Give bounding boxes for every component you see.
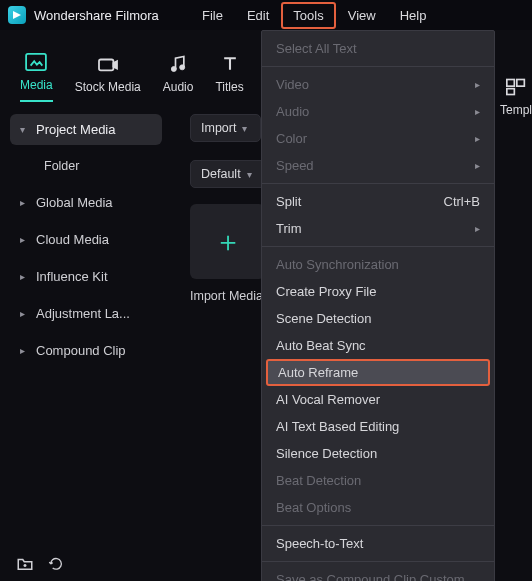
button-label: Import <box>201 121 236 135</box>
dd-video: Video ▸ <box>262 71 494 98</box>
dd-label: Split <box>276 194 301 209</box>
dd-beat-options: Beat Options <box>262 494 494 521</box>
svg-point-2 <box>171 67 176 72</box>
dd-label: Speech-to-Text <box>276 536 363 551</box>
dd-auto-sync: Auto Synchronization <box>262 251 494 278</box>
separator <box>262 525 494 526</box>
dd-label: Save as Compound Clip Custom <box>276 572 465 581</box>
chevron-right-icon: ▸ <box>475 160 480 171</box>
chevron-right-icon: ▸ <box>20 271 28 282</box>
templates-icon <box>500 78 532 99</box>
dd-label: Audio <box>276 104 309 119</box>
dd-label: Select All Text <box>276 41 357 56</box>
menu-file[interactable]: File <box>190 2 235 29</box>
dd-scene-detection[interactable]: Scene Detection <box>262 305 494 332</box>
dd-color: Color ▸ <box>262 125 494 152</box>
sidebar-item-label: Influence Kit <box>36 269 108 284</box>
tab-titles[interactable]: Titles <box>215 53 243 102</box>
svg-rect-6 <box>507 89 514 95</box>
sidebar-item-project-media[interactable]: ▾ Project Media <box>10 114 162 145</box>
tab-label: Stock Media <box>75 80 141 94</box>
tab-media[interactable]: Media <box>20 51 53 102</box>
dd-beat-detection: Beat Detection <box>262 467 494 494</box>
dd-label: Speed <box>276 158 314 173</box>
dd-silence-detection[interactable]: Silence Detection <box>262 440 494 467</box>
dd-label: Create Proxy File <box>276 284 376 299</box>
dd-ai-vocal-remover[interactable]: AI Vocal Remover <box>262 386 494 413</box>
chevron-right-icon: ▸ <box>475 106 480 117</box>
chevron-right-icon: ▸ <box>20 345 28 356</box>
sidebar-item-influence-kit[interactable]: ▸ Influence Kit <box>10 261 162 292</box>
chevron-down-icon: ▾ <box>242 123 250 134</box>
menu-help[interactable]: Help <box>388 2 439 29</box>
chevron-right-icon: ▸ <box>475 79 480 90</box>
sidebar-item-label: Global Media <box>36 195 113 210</box>
dd-ai-text-editing[interactable]: AI Text Based Editing <box>262 413 494 440</box>
import-button[interactable]: Import ▾ <box>190 114 261 142</box>
dd-trim[interactable]: Trim ▸ <box>262 215 494 242</box>
dd-label: Beat Detection <box>276 473 361 488</box>
separator <box>262 66 494 67</box>
dd-label: Beat Options <box>276 500 351 515</box>
tab-label: Media <box>20 78 53 92</box>
separator <box>262 246 494 247</box>
chevron-right-icon: ▸ <box>475 133 480 144</box>
svg-point-3 <box>180 65 185 70</box>
button-label: Default <box>201 167 241 181</box>
dd-label: Color <box>276 131 307 146</box>
app-name: Wondershare Filmora <box>34 8 159 23</box>
dd-speed: Speed ▸ <box>262 152 494 179</box>
dd-label: Silence Detection <box>276 446 377 461</box>
sort-button[interactable]: Default ▾ <box>190 160 266 188</box>
dd-shortcut: Ctrl+B <box>444 194 480 209</box>
tools-dropdown: Select All Text Video ▸ Audio ▸ Color ▸ … <box>261 30 495 581</box>
chevron-right-icon: ▸ <box>20 308 28 319</box>
sidebar-item-label: Adjustment La... <box>36 306 130 321</box>
separator <box>262 183 494 184</box>
tab-stock-media[interactable]: Stock Media <box>75 53 141 102</box>
text-icon <box>219 53 241 75</box>
chevron-right-icon: ▸ <box>20 197 28 208</box>
chevron-down-icon: ▾ <box>20 124 28 135</box>
sidebar-item-global-media[interactable]: ▸ Global Media <box>10 187 162 218</box>
sidebar-item-adjustment-layer[interactable]: ▸ Adjustment La... <box>10 298 162 329</box>
dd-label: Trim <box>276 221 302 236</box>
footer-icons <box>16 556 64 575</box>
dd-audio: Audio ▸ <box>262 98 494 125</box>
dd-label: Video <box>276 77 309 92</box>
music-icon <box>167 53 189 75</box>
dd-auto-beat-sync[interactable]: Auto Beat Sync <box>262 332 494 359</box>
menu-edit[interactable]: Edit <box>235 2 281 29</box>
sidebar-item-compound-clip[interactable]: ▸ Compound Clip <box>10 335 162 366</box>
tab-label: Audio <box>163 80 194 94</box>
menu-view[interactable]: View <box>336 2 388 29</box>
sidebar-item-folder[interactable]: Folder <box>10 151 162 181</box>
sidebar-item-cloud-media[interactable]: ▸ Cloud Media <box>10 224 162 255</box>
dd-label: AI Text Based Editing <box>276 419 399 434</box>
svg-rect-4 <box>507 80 514 87</box>
sidebar-item-label: Cloud Media <box>36 232 109 247</box>
chevron-right-icon: ▸ <box>20 234 28 245</box>
dd-auto-reframe[interactable]: Auto Reframe <box>266 359 490 386</box>
separator <box>262 561 494 562</box>
dd-speech-to-text[interactable]: Speech-to-Text <box>262 530 494 557</box>
dd-select-all-text: Select All Text <box>262 35 494 62</box>
dd-label: Auto Reframe <box>278 365 358 380</box>
menubar: File Edit Tools View Help <box>190 0 438 30</box>
menu-tools[interactable]: Tools <box>281 2 335 29</box>
sidebar: ▾ Project Media Folder ▸ Global Media ▸ … <box>0 106 172 581</box>
tab-audio[interactable]: Audio <box>163 53 194 102</box>
refresh-icon[interactable] <box>48 556 64 575</box>
dd-create-proxy[interactable]: Create Proxy File <box>262 278 494 305</box>
chevron-right-icon: ▸ <box>475 223 480 234</box>
new-folder-icon[interactable] <box>16 556 34 575</box>
plus-icon: ＋ <box>214 223 242 261</box>
svg-rect-1 <box>99 60 113 71</box>
media-icon <box>25 51 47 73</box>
camera-icon <box>97 53 119 75</box>
tab-label: Titles <box>215 80 243 94</box>
dd-split[interactable]: Split Ctrl+B <box>262 188 494 215</box>
dd-label: Auto Beat Sync <box>276 338 366 353</box>
import-dropzone[interactable]: ＋ <box>190 204 265 279</box>
dd-label: Scene Detection <box>276 311 371 326</box>
